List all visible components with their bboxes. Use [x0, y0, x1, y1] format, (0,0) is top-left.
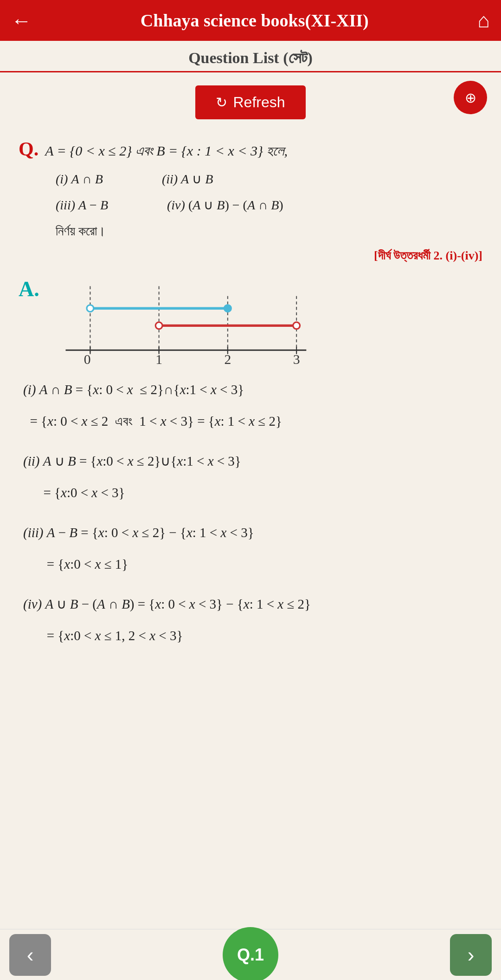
svg-point-6: [224, 305, 231, 312]
next-button[interactable]: ›: [450, 934, 492, 976]
solution-part-1: (i) A ∩ B = {x: 0 < x ≤ 2}∩{x:1 < x < 3}…: [23, 376, 482, 435]
prev-button[interactable]: ‹: [9, 934, 51, 976]
refresh-area: ↻ Refresh ⊕: [0, 72, 501, 124]
question-tag: [দীর্ঘ উত্তরধর্মী 2. (i)-(iv)]: [19, 249, 482, 263]
zoom-button[interactable]: ⊕: [454, 81, 487, 114]
app-title: Chhaya science books(XI-XII): [32, 10, 478, 31]
number-line-diagram: 0 1 2 3: [49, 281, 308, 367]
answer-block: A.: [19, 277, 482, 649]
back-button[interactable]: ←: [11, 9, 32, 32]
svg-point-9: [293, 322, 300, 329]
svg-point-5: [87, 305, 94, 312]
question-instruction: নির্ণয় করো।: [56, 224, 106, 238]
home-button[interactable]: ⌂: [478, 9, 490, 32]
svg-text:1: 1: [155, 352, 162, 365]
solution-part-4: (iv) A ∪ B − (A ∩ B) = {x: 0 < x < 3} − …: [23, 591, 482, 649]
refresh-icon: ↻: [216, 94, 227, 110]
svg-text:3: 3: [293, 352, 300, 365]
page-subtitle: Question List (সেট): [0, 41, 501, 72]
refresh-button[interactable]: ↻ Refresh: [195, 85, 305, 119]
solution-block: (i) A ∩ B = {x: 0 < x ≤ 2}∩{x:1 < x < 3}…: [23, 376, 482, 649]
solution-part-2: (ii) A ∪ B = {x:0 < x ≤ 2}∪{x:1 < x < 3}…: [23, 448, 482, 506]
zoom-icon: ⊕: [465, 90, 476, 106]
question-label: Q.: [19, 138, 39, 160]
svg-text:0: 0: [84, 352, 90, 365]
app-header: ← Chhaya science books(XI-XII) ⌂: [0, 0, 501, 41]
refresh-label: Refresh: [233, 94, 285, 111]
answer-label: A.: [19, 277, 39, 301]
svg-point-8: [155, 322, 162, 329]
question-badge[interactable]: Q.1: [223, 927, 278, 980]
question-block: Q. A = {0 < x ≤ 2} এবং B = {x : 1 < x < …: [19, 138, 482, 263]
question-text: A = {0 < x ≤ 2} এবং B = {x : 1 < x < 3} …: [45, 143, 288, 158]
solution-part-3: (iii) A − B = {x: 0 < x ≤ 2} − {x: 1 < x…: [23, 519, 482, 578]
svg-text:2: 2: [224, 352, 231, 365]
bottom-navigation: ‹ Q.1 ›: [0, 929, 501, 980]
question-parts: (i) A ∩ B (ii) A ∪ B (iii) A − B (iv) (A…: [56, 166, 482, 244]
main-content: Q. A = {0 < x ≤ 2} এবং B = {x : 1 < x < …: [0, 124, 501, 718]
